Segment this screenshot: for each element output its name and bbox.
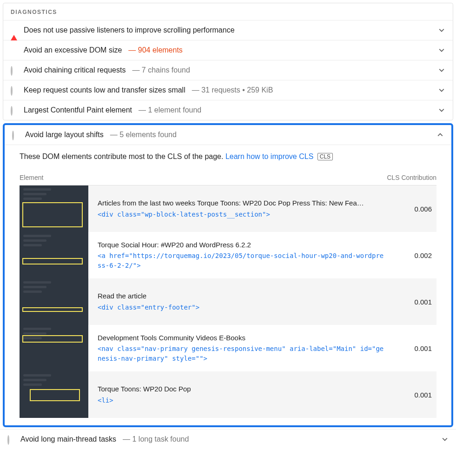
element-description: Torque Social Hour: #WP20 and WordPress … xyxy=(96,235,387,276)
cls-badge: CLS xyxy=(317,153,333,160)
element-code: <li> xyxy=(98,396,385,405)
info-icon xyxy=(11,67,17,73)
chevron-up-icon xyxy=(436,131,444,139)
cls-value: 0.001 xyxy=(395,298,436,306)
description-text: These DOM elements contribute most to th… xyxy=(20,152,225,160)
cls-value: 0.002 xyxy=(395,251,436,259)
element-code: <div class="wp-block-latest-posts__secti… xyxy=(98,210,385,219)
average-icon xyxy=(11,47,17,53)
element-text: Read the article xyxy=(98,291,385,302)
info-icon xyxy=(11,87,17,93)
element-description: Development Tools Community Videos E-Boo… xyxy=(96,328,387,369)
audit-title: Largest Contentful Paint element xyxy=(24,106,132,114)
element-code: <nav class="nav-primary genesis-responsi… xyxy=(98,344,385,364)
element-description: Torque Toons: WP20 Doc Pop<li> xyxy=(96,379,387,410)
audit-expanded-layout-shifts: Avoid large layout shifts — 5 elements f… xyxy=(3,123,453,427)
audit-title: Avoid long main-thread tasks xyxy=(20,435,116,443)
element-text: Development Tools Community Videos E-Boo… xyxy=(98,333,385,344)
element-thumbnail[interactable] xyxy=(20,325,88,371)
audit-row-lcp-element[interactable]: Largest Contentful Paint element — 1 ele… xyxy=(3,100,453,120)
audit-meta: — 5 elements found xyxy=(110,131,177,139)
element-thumbnail[interactable] xyxy=(20,278,88,325)
chevron-down-icon xyxy=(438,66,445,74)
audit-row-layout-shifts[interactable]: Avoid large layout shifts — 5 elements f… xyxy=(5,125,451,145)
element-code: <div class="entry-footer"> xyxy=(98,303,385,312)
element-thumbnail[interactable] xyxy=(20,232,88,278)
audit-row-long-tasks[interactable]: Avoid long main-thread tasks — 1 long ta… xyxy=(0,429,456,449)
element-text: Torque Toons: WP20 Doc Pop xyxy=(98,384,385,395)
audit-meta: — 31 requests • 259 KiB xyxy=(192,86,273,94)
audit-row-critical-chains[interactable]: Avoid chaining critical requests — 7 cha… xyxy=(3,60,453,80)
element-text: Articles from the last two weeks Torque … xyxy=(98,198,385,209)
audit-title: Avoid chaining critical requests xyxy=(24,66,126,74)
audit-row-request-counts[interactable]: Keep request counts low and transfer siz… xyxy=(3,80,453,100)
cls-value: 0.006 xyxy=(395,205,436,213)
table-row[interactable]: Read the article<div class="entry-footer… xyxy=(20,278,436,325)
info-icon xyxy=(11,107,17,113)
column-value: CLS Contribution xyxy=(376,174,436,181)
element-description: Read the article<div class="entry-footer… xyxy=(96,286,387,317)
audit-title: Avoid an excessive DOM size xyxy=(24,46,122,54)
cls-contribution-table: Element CLS Contribution Articles from t… xyxy=(20,169,436,418)
table-row[interactable]: Development Tools Community Videos E-Boo… xyxy=(20,325,436,371)
table-row[interactable]: Torque Social Hour: #WP20 and WordPress … xyxy=(20,232,436,278)
table-row[interactable]: Articles from the last two weeks Torque … xyxy=(20,185,436,232)
audit-meta: — 1 element found xyxy=(139,106,201,114)
cls-value: 0.001 xyxy=(395,391,436,399)
audit-description: These DOM elements contribute most to th… xyxy=(5,145,451,166)
audit-title: Avoid large layout shifts xyxy=(25,131,104,139)
audit-meta: — 1 long task found xyxy=(123,435,189,443)
section-title: DIAGNOSTICS xyxy=(3,3,453,20)
chevron-down-icon xyxy=(438,86,445,94)
chevron-down-icon xyxy=(438,46,445,54)
audit-meta: — 904 elements xyxy=(128,46,183,54)
table-row[interactable]: Torque Toons: WP20 Doc Pop<li>0.001 xyxy=(20,371,436,418)
element-thumbnail[interactable] xyxy=(20,185,88,232)
chevron-down-icon xyxy=(441,436,449,443)
info-icon xyxy=(12,132,19,138)
diagnostics-panel: DIAGNOSTICS Does not use passive listene… xyxy=(3,3,453,120)
learn-more-link[interactable]: Learn how to improve CLS xyxy=(225,152,313,160)
audit-row-dom-size[interactable]: Avoid an excessive DOM size — 904 elemen… xyxy=(3,40,453,60)
cls-value: 0.001 xyxy=(395,344,436,352)
info-icon xyxy=(7,436,14,443)
audit-row-passive-listeners[interactable]: Does not use passive listeners to improv… xyxy=(3,20,453,40)
chevron-down-icon xyxy=(438,26,445,34)
element-code: <a href="https://torquemag.io/2023/05/to… xyxy=(98,251,385,271)
audit-title: Keep request counts low and transfer siz… xyxy=(24,86,185,94)
chevron-down-icon xyxy=(438,106,445,114)
element-text: Torque Social Hour: #WP20 and WordPress … xyxy=(98,240,385,251)
element-thumbnail[interactable] xyxy=(20,371,88,418)
audit-title: Does not use passive listeners to improv… xyxy=(24,26,235,34)
table-header: Element CLS Contribution xyxy=(20,169,436,185)
column-element: Element xyxy=(20,174,376,181)
audit-meta: — 7 chains found xyxy=(132,66,190,74)
fail-icon xyxy=(11,27,17,33)
element-description: Articles from the last two weeks Torque … xyxy=(96,193,387,224)
